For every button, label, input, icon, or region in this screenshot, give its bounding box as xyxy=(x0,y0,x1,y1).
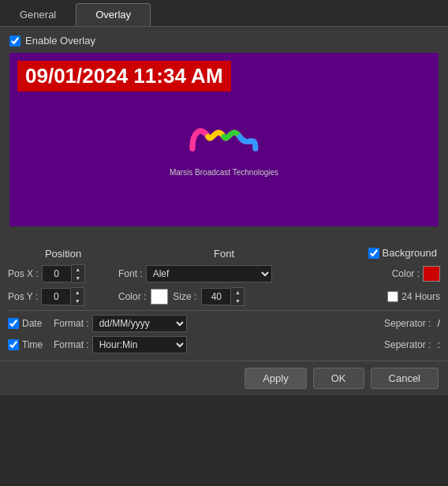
pos-y-down[interactable]: ▼ xyxy=(71,297,84,305)
tab-general[interactable]: General xyxy=(0,3,76,26)
logo-area: Marsis Broadcast Technologies xyxy=(170,115,278,177)
pos-y-up[interactable]: ▲ xyxy=(71,288,84,297)
date-format-label: Format : xyxy=(54,318,89,329)
pos-x-label: Pos X : xyxy=(8,268,39,279)
font-color-swatch[interactable] xyxy=(151,289,168,305)
font-size-down[interactable]: ▼ xyxy=(231,297,244,305)
font-size-spinner[interactable]: 40 ▲ ▼ xyxy=(201,287,245,306)
position-header: Position xyxy=(45,248,81,260)
font-size-up[interactable]: ▲ xyxy=(231,288,244,297)
logo-svg xyxy=(185,115,263,163)
time-format-select[interactable]: Hour:Min Hour:Min:Sec xyxy=(92,336,187,353)
font-color-label: Color : xyxy=(118,291,146,302)
font-size-input[interactable]: 40 xyxy=(201,288,231,305)
cancel-button[interactable]: Cancel xyxy=(371,368,439,389)
font-size-label: Size : xyxy=(173,291,196,302)
pos-x-up[interactable]: ▲ xyxy=(72,265,84,274)
time-separator-label: Seperator : xyxy=(384,339,431,350)
date-format-select[interactable]: dd/MM/yyyy MM/dd/yyyy yyyy/MM/dd xyxy=(92,315,187,332)
overlay-text: 09/01/2024 11:34 AM xyxy=(17,61,231,92)
pos-y-spinner[interactable]: 0 ▲ ▼ xyxy=(41,287,84,306)
date-separator-value: / xyxy=(437,317,440,329)
font-label: Font : xyxy=(118,268,143,279)
enable-overlay-label: Enable Overlay xyxy=(25,35,95,47)
date-checkbox[interactable] xyxy=(8,318,19,329)
time-format-label: Format : xyxy=(54,339,89,350)
date-label: Date xyxy=(22,318,50,329)
preview-area: 09/01/2024 11:34 AM Marsis Broadcast Tec… xyxy=(9,53,439,226)
apply-button[interactable]: Apply xyxy=(245,368,307,389)
background-checkbox[interactable] xyxy=(368,248,379,259)
logo-text: Marsis Broadcast Technologies xyxy=(170,168,278,177)
pos-y-input[interactable]: 0 xyxy=(41,288,71,305)
background-header: Background xyxy=(383,247,437,259)
pos-y-label: Pos Y : xyxy=(8,291,38,302)
enable-overlay-checkbox[interactable] xyxy=(9,36,21,47)
pos-x-spinner[interactable]: 0 ▲ ▼ xyxy=(42,264,85,283)
bg-color-swatch[interactable] xyxy=(423,266,440,282)
bg-color-label: Color : xyxy=(392,268,420,279)
tab-overlay[interactable]: Overlay xyxy=(76,3,151,26)
time-separator-value: : xyxy=(437,338,440,350)
date-separator-label: Seperator : xyxy=(384,318,431,329)
hours24-checkbox[interactable] xyxy=(387,291,398,302)
font-select[interactable]: Alef Arial Courier Times New Roman xyxy=(146,265,272,282)
time-checkbox[interactable] xyxy=(8,339,19,350)
pos-x-down[interactable]: ▼ xyxy=(72,274,84,282)
ok-button[interactable]: OK xyxy=(313,368,364,389)
hours24-label: 24 Hours xyxy=(401,291,440,302)
font-header: Font xyxy=(214,248,234,260)
time-label: Time xyxy=(22,339,50,350)
pos-x-input[interactable]: 0 xyxy=(42,265,72,282)
